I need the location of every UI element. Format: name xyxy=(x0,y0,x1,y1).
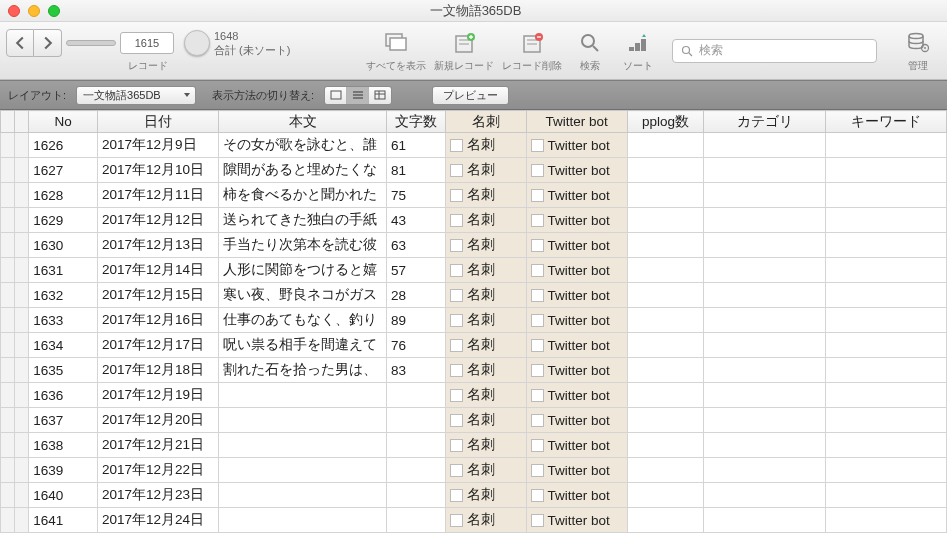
cell-body[interactable] xyxy=(219,458,387,483)
checkbox-icon[interactable] xyxy=(450,239,463,252)
checkbox-icon[interactable] xyxy=(450,414,463,427)
cell-twitter[interactable]: Twitter bot xyxy=(526,183,627,208)
cell-no[interactable]: 1639 xyxy=(29,458,98,483)
cell-pplog[interactable] xyxy=(627,258,704,283)
cell-charcount[interactable]: 28 xyxy=(387,283,446,308)
cell-charcount[interactable] xyxy=(387,508,446,533)
cell-body[interactable] xyxy=(219,508,387,533)
admin-button[interactable]: 管理 xyxy=(895,29,941,73)
cell-category[interactable] xyxy=(704,508,825,533)
cell-meishi[interactable]: 名刺 xyxy=(445,333,526,358)
cell-keyword[interactable] xyxy=(825,383,946,408)
zoom-icon[interactable] xyxy=(48,5,60,17)
cell-body[interactable] xyxy=(219,433,387,458)
cell-keyword[interactable] xyxy=(825,508,946,533)
cell-twitter[interactable]: Twitter bot xyxy=(526,458,627,483)
cell-keyword[interactable] xyxy=(825,333,946,358)
cell-no[interactable]: 1626 xyxy=(29,133,98,158)
cell-twitter[interactable]: Twitter bot xyxy=(526,308,627,333)
cell-pplog[interactable] xyxy=(627,308,704,333)
cell-keyword[interactable] xyxy=(825,483,946,508)
cell-charcount[interactable]: 61 xyxy=(387,133,446,158)
cell-twitter[interactable]: Twitter bot xyxy=(526,508,627,533)
cell-body[interactable]: その女が歌を詠むと、誰 xyxy=(219,133,387,158)
table-row[interactable]: 16352017年12月18日割れた石を拾った男は、83名刺Twitter bo… xyxy=(1,358,947,383)
cell-body[interactable] xyxy=(219,483,387,508)
cell-charcount[interactable] xyxy=(387,458,446,483)
cell-charcount[interactable]: 76 xyxy=(387,333,446,358)
cell-pplog[interactable] xyxy=(627,458,704,483)
col-pplog[interactable]: pplog数 xyxy=(627,111,704,133)
cell-twitter[interactable]: Twitter bot xyxy=(526,233,627,258)
col-date[interactable]: 日付 xyxy=(98,111,219,133)
cell-twitter[interactable]: Twitter bot xyxy=(526,158,627,183)
cell-twitter[interactable]: Twitter bot xyxy=(526,133,627,158)
cell-date[interactable]: 2017年12月23日 xyxy=(98,483,219,508)
cell-meishi[interactable]: 名刺 xyxy=(445,183,526,208)
cell-date[interactable]: 2017年12月10日 xyxy=(98,158,219,183)
checkbox-icon[interactable] xyxy=(450,464,463,477)
delete-record-button[interactable]: レコード削除 xyxy=(502,29,562,73)
cell-keyword[interactable] xyxy=(825,233,946,258)
cell-date[interactable]: 2017年12月19日 xyxy=(98,383,219,408)
checkbox-icon[interactable] xyxy=(450,339,463,352)
cell-body[interactable]: 送られてきた独白の手紙 xyxy=(219,208,387,233)
cell-no[interactable]: 1628 xyxy=(29,183,98,208)
current-record-field[interactable]: 1615 xyxy=(120,32,174,54)
cell-date[interactable]: 2017年12月24日 xyxy=(98,508,219,533)
cell-twitter[interactable]: Twitter bot xyxy=(526,333,627,358)
cell-no[interactable]: 1635 xyxy=(29,358,98,383)
record-slider[interactable] xyxy=(66,40,116,46)
cell-body[interactable]: 仕事のあてもなく、釣り xyxy=(219,308,387,333)
cell-charcount[interactable] xyxy=(387,383,446,408)
checkbox-icon[interactable] xyxy=(531,364,544,377)
col-no[interactable]: No xyxy=(29,111,98,133)
cell-pplog[interactable] xyxy=(627,333,704,358)
cell-pplog[interactable] xyxy=(627,233,704,258)
cell-no[interactable]: 1627 xyxy=(29,158,98,183)
cell-meishi[interactable]: 名刺 xyxy=(445,158,526,183)
cell-no[interactable]: 1632 xyxy=(29,283,98,308)
cell-no[interactable]: 1629 xyxy=(29,208,98,233)
cell-pplog[interactable] xyxy=(627,358,704,383)
cell-no[interactable]: 1637 xyxy=(29,408,98,433)
new-record-button[interactable]: 新規レコード xyxy=(434,29,494,73)
cell-category[interactable] xyxy=(704,208,825,233)
table-row[interactable]: 16322017年12月15日寒い夜、野良ネコがガス28名刺Twitter bo… xyxy=(1,283,947,308)
cell-date[interactable]: 2017年12月22日 xyxy=(98,458,219,483)
cell-meishi[interactable]: 名刺 xyxy=(445,258,526,283)
layout-select[interactable]: 一文物語365DB xyxy=(76,86,196,105)
cell-pplog[interactable] xyxy=(627,208,704,233)
cell-pplog[interactable] xyxy=(627,133,704,158)
checkbox-icon[interactable] xyxy=(531,439,544,452)
search-input[interactable]: 検索 xyxy=(672,39,877,63)
cell-charcount[interactable]: 63 xyxy=(387,233,446,258)
cell-body[interactable]: 隙間があると埋めたくな xyxy=(219,158,387,183)
cell-category[interactable] xyxy=(704,183,825,208)
table-row[interactable]: 16402017年12月23日名刺Twitter bot xyxy=(1,483,947,508)
show-all-button[interactable]: すべてを表示 xyxy=(366,29,426,73)
table-row[interactable]: 16282017年12月11日柿を食べるかと聞かれた75名刺Twitter bo… xyxy=(1,183,947,208)
table-row[interactable]: 16412017年12月24日名刺Twitter bot xyxy=(1,508,947,533)
cell-category[interactable] xyxy=(704,333,825,358)
cell-body[interactable]: 割れた石を拾った男は、 xyxy=(219,358,387,383)
cell-category[interactable] xyxy=(704,258,825,283)
cell-meishi[interactable]: 名刺 xyxy=(445,208,526,233)
cell-twitter[interactable]: Twitter bot xyxy=(526,483,627,508)
cell-category[interactable] xyxy=(704,158,825,183)
cell-keyword[interactable] xyxy=(825,183,946,208)
checkbox-icon[interactable] xyxy=(450,439,463,452)
checkbox-icon[interactable] xyxy=(450,489,463,502)
preview-button[interactable]: プレビュー xyxy=(432,86,509,105)
cell-category[interactable] xyxy=(704,283,825,308)
table-row[interactable]: 16292017年12月12日送られてきた独白の手紙43名刺Twitter bo… xyxy=(1,208,947,233)
view-list-button[interactable] xyxy=(347,87,369,104)
checkbox-icon[interactable] xyxy=(450,364,463,377)
col-category[interactable]: カテゴリ xyxy=(704,111,825,133)
cell-keyword[interactable] xyxy=(825,133,946,158)
cell-body[interactable]: 人形に関節をつけると嬉 xyxy=(219,258,387,283)
cell-category[interactable] xyxy=(704,308,825,333)
cell-date[interactable]: 2017年12月13日 xyxy=(98,233,219,258)
cell-category[interactable] xyxy=(704,233,825,258)
checkbox-icon[interactable] xyxy=(450,164,463,177)
